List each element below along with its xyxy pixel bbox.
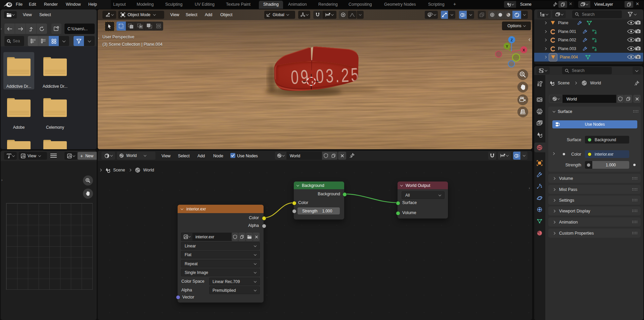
svg-text:Y: Y bbox=[506, 44, 508, 48]
svg-text:X: X bbox=[522, 48, 525, 52]
svg-text:Z: Z bbox=[511, 38, 513, 42]
